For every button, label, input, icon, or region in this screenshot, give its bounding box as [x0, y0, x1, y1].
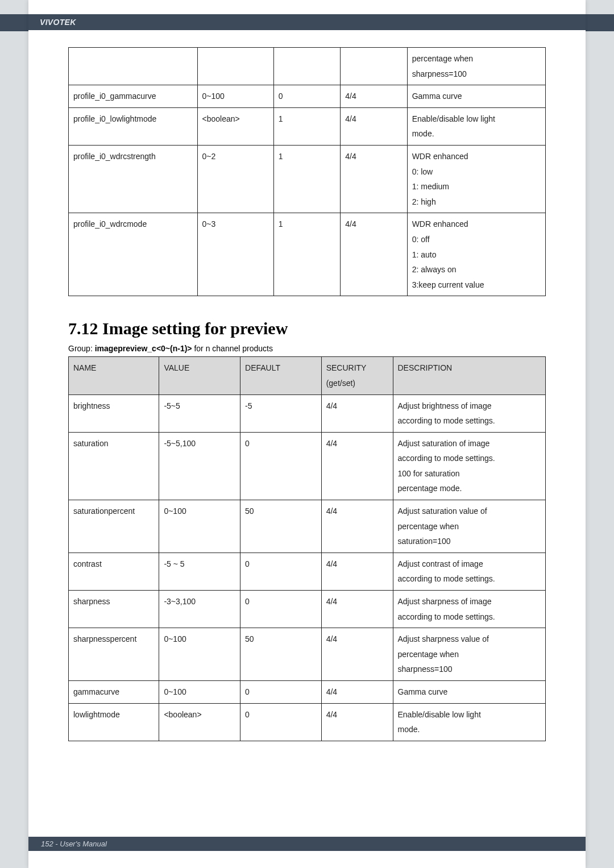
- table-row: saturationpercent 0~100 50 4/4 Adjust sa…: [69, 500, 546, 553]
- cell-security: 4/4: [341, 107, 407, 145]
- cell-description: Adjust contrast of image according to mo…: [393, 553, 546, 590]
- cell-default: 0: [240, 703, 322, 741]
- cell-name: profile_i0_gammacurve: [69, 85, 198, 108]
- cell-security: 4/4: [341, 213, 407, 296]
- cell-default: 1: [273, 213, 340, 296]
- table-row: lowlightmode <boolean> 0 4/4 Enable/disa…: [69, 703, 546, 741]
- cell-description: percentage when sharpness=100: [407, 48, 545, 85]
- cell-default: 0: [240, 553, 322, 590]
- cell-default: 0: [240, 681, 322, 704]
- cell-name: sharpness: [69, 591, 159, 628]
- table-row: sharpnesspercent 0~100 50 4/4 Adjust sha…: [69, 628, 546, 681]
- table-row: gammacurve 0~100 0 4/4 Gamma curve: [69, 681, 546, 704]
- cell-security: 4/4: [341, 145, 407, 213]
- cell-name: [69, 48, 198, 85]
- parameters-table-continued: percentage when sharpness=100 profile_i0…: [68, 47, 546, 296]
- brand-label: VIVOTEK: [40, 18, 76, 27]
- cell-description: Adjust saturation value of percentage wh…: [393, 500, 546, 553]
- cell-value: 0~100: [159, 628, 240, 681]
- cell-security: 4/4: [321, 628, 393, 681]
- cell-default: 0: [240, 432, 322, 500]
- cell-value: 0~3: [197, 213, 273, 296]
- cell-description: Enable/disable low light mode.: [407, 107, 545, 145]
- cell-name: profile_i0_wdrcmode: [69, 213, 198, 296]
- cell-value: 0~100: [159, 500, 240, 553]
- cell-default: 50: [240, 500, 322, 553]
- cell-description: Enable/disable low light mode.: [393, 703, 546, 741]
- table-row: profile_i0_gammacurve 0~100 0 4/4 Gamma …: [69, 85, 546, 108]
- col-description: DESCRIPTION: [393, 357, 546, 394]
- col-security: SECURITY (get/set): [321, 357, 393, 394]
- cell-security: 4/4: [321, 432, 393, 500]
- cell-name: profile_i0_wdrcstrength: [69, 145, 198, 213]
- group-description: Group: imagepreview_c<0~(n-1)> for n cha…: [68, 344, 546, 353]
- cell-description: Adjust brightness of image according to …: [393, 394, 546, 432]
- table-row: brightness -5~5 -5 4/4 Adjust brightness…: [69, 394, 546, 432]
- cell-security: 4/4: [321, 591, 393, 628]
- table-row: sharpness -3~3,100 0 4/4 Adjust sharpnes…: [69, 591, 546, 628]
- page-content: percentage when sharpness=100 profile_i0…: [28, 30, 586, 758]
- cell-description: WDR enhanced 0: off 1: auto 2: always on…: [407, 213, 545, 296]
- cell-default: -5: [240, 394, 322, 432]
- cell-description: Adjust sharpness of image according to m…: [393, 591, 546, 628]
- cell-security: 4/4: [341, 85, 407, 108]
- cell-security: 4/4: [321, 681, 393, 704]
- document-page: VIVOTEK percentage when sharpness=100 pr…: [28, 0, 586, 868]
- table-row: contrast -5 ~ 5 0 4/4 Adjust contrast of…: [69, 553, 546, 590]
- table1-body: percentage when sharpness=100 profile_i0…: [69, 48, 546, 296]
- cell-security: [341, 48, 407, 85]
- cell-description: WDR enhanced 0: low 1: medium 2: high: [407, 145, 545, 213]
- cell-security: 4/4: [321, 394, 393, 432]
- table-row: profile_i0_lowlightmode <boolean> 1 4/4 …: [69, 107, 546, 145]
- table-row: profile_i0_wdrcstrength 0~2 1 4/4 WDR en…: [69, 145, 546, 213]
- cell-default: 1: [273, 107, 340, 145]
- table-row: saturation -5~5,100 0 4/4 Adjust saturat…: [69, 432, 546, 500]
- cell-name: brightness: [69, 394, 159, 432]
- section-heading: 7.12 Image setting for preview: [68, 319, 546, 338]
- cell-name: contrast: [69, 553, 159, 590]
- cell-default: 50: [240, 628, 322, 681]
- col-name: NAME: [69, 357, 159, 394]
- cell-security: 4/4: [321, 553, 393, 590]
- cell-security: 4/4: [321, 703, 393, 741]
- page-footer: 152 - User's Manual: [28, 837, 586, 851]
- cell-value: 0~100: [197, 85, 273, 108]
- group-suffix: for n channel products: [192, 344, 273, 353]
- table-row: profile_i0_wdrcmode 0~3 1 4/4 WDR enhanc…: [69, 213, 546, 296]
- cell-value: <boolean>: [159, 703, 240, 741]
- group-name: imagepreview_c<0~(n-1)>: [95, 344, 192, 353]
- cell-default: 0: [273, 85, 340, 108]
- cell-name: saturation: [69, 432, 159, 500]
- cell-value: 0~100: [159, 681, 240, 704]
- cell-name: gammacurve: [69, 681, 159, 704]
- col-default: DEFAULT: [240, 357, 322, 394]
- page-header: VIVOTEK: [28, 14, 586, 30]
- cell-default: 1: [273, 145, 340, 213]
- cell-value: -5~5: [159, 394, 240, 432]
- cell-value: -5~5,100: [159, 432, 240, 500]
- cell-name: profile_i0_lowlightmode: [69, 107, 198, 145]
- table-header-row: NAME VALUE DEFAULT SECURITY (get/set) DE…: [69, 357, 546, 394]
- imagepreview-table: NAME VALUE DEFAULT SECURITY (get/set) DE…: [68, 356, 546, 741]
- group-prefix: Group:: [68, 344, 95, 353]
- cell-description: Adjust saturation of image according to …: [393, 432, 546, 500]
- cell-security: 4/4: [321, 500, 393, 553]
- table-row: percentage when sharpness=100: [69, 48, 546, 85]
- cell-description: Gamma curve: [393, 681, 546, 704]
- col-value: VALUE: [159, 357, 240, 394]
- cell-value: -5 ~ 5: [159, 553, 240, 590]
- cell-description: Adjust sharpness value of percentage whe…: [393, 628, 546, 681]
- cell-name: lowlightmode: [69, 703, 159, 741]
- cell-default: 0: [240, 591, 322, 628]
- footer-text: 152 - User's Manual: [41, 840, 107, 848]
- cell-value: <boolean>: [197, 107, 273, 145]
- cell-description: Gamma curve: [407, 85, 545, 108]
- cell-value: [197, 48, 273, 85]
- cell-name: saturationpercent: [69, 500, 159, 553]
- cell-name: sharpnesspercent: [69, 628, 159, 681]
- cell-value: -3~3,100: [159, 591, 240, 628]
- cell-value: 0~2: [197, 145, 273, 213]
- cell-default: [273, 48, 340, 85]
